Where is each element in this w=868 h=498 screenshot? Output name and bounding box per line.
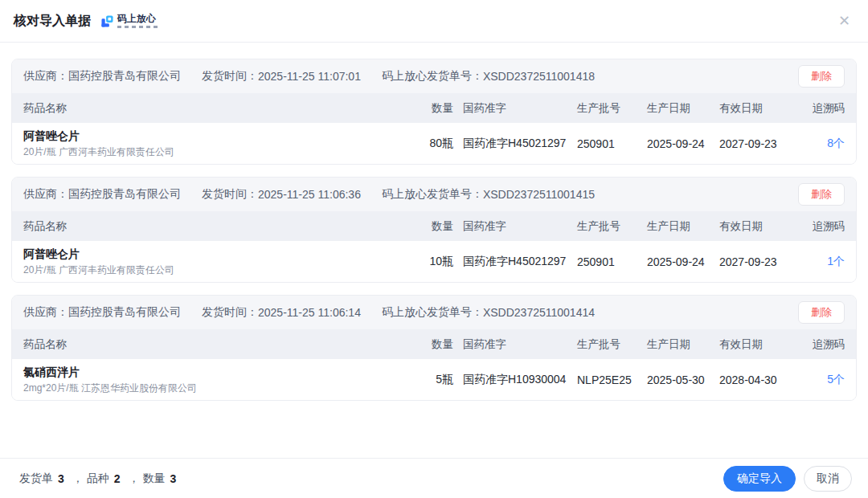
approval-value: 国药准字H45021297 — [463, 137, 567, 151]
delete-button[interactable]: 删除 — [798, 301, 845, 324]
approval-value: 国药准字H45021297 — [463, 255, 567, 269]
table-header-row: 药品名称 数量 国药准字 生产批号 生产日期 有效日期 追溯码 — [12, 329, 856, 359]
col-qty: 数量 — [418, 219, 453, 234]
shipment-card-header: 供应商： 国药控股青岛有限公司 发货时间： 2025-11-25 11:06:1… — [12, 296, 856, 329]
logo-text: 码上放心 — [117, 14, 161, 24]
supplier-label: 供应商： — [23, 187, 68, 202]
order-no-label: 码上放心发货单号： — [382, 187, 483, 202]
col-drug-name: 药品名称 — [23, 337, 408, 352]
qty-value: 5瓶 — [418, 373, 453, 387]
batch-value: NLP25E25 — [577, 374, 637, 386]
varieties-count: 2 — [114, 472, 121, 485]
expiry-date-value: 2027-09-23 — [719, 137, 792, 150]
col-qty: 数量 — [418, 337, 453, 352]
prod-date-value: 2025-09-24 — [647, 137, 710, 150]
col-trace: 追溯码 — [801, 101, 845, 116]
order-no-label: 码上放心发货单号： — [382, 69, 483, 84]
qty-value: 10瓶 — [418, 255, 453, 269]
qr-brand-icon — [101, 15, 113, 27]
drug-spec: 20片/瓶 广西河丰药业有限责任公司 — [23, 145, 408, 158]
import-verify-dialog: 核对导入单据 码上放心 ✕ 供应商： 国药控股青岛有限公司 — [0, 0, 868, 498]
order-no-value: XSDD2372511001415 — [483, 188, 595, 201]
expiry-date-value: 2028-04-30 — [719, 374, 792, 386]
order-no-value: XSDD2372511001418 — [483, 70, 595, 83]
col-expiry-date: 有效日期 — [719, 337, 792, 352]
col-approval: 国药准字 — [463, 101, 567, 116]
prod-date-value: 2025-05-30 — [647, 374, 710, 386]
qty-value: 80瓶 — [418, 137, 453, 151]
ship-time-label: 发货时间： — [202, 305, 258, 320]
mashangfangxin-logo: 码上放心 — [101, 14, 161, 28]
logo-subtext-dashes — [117, 26, 161, 28]
col-qty: 数量 — [418, 101, 453, 116]
separator: ， — [72, 471, 84, 486]
cancel-button[interactable]: 取消 — [804, 466, 852, 492]
trace-code-link[interactable]: 5个 — [801, 373, 845, 387]
col-expiry-date: 有效日期 — [719, 219, 792, 234]
drug-name: 阿普唑仑片 — [23, 247, 408, 261]
table-row: 氯硝西泮片 2mg*20片/瓶 江苏恩华药业股份有限公司 5瓶 国药准字H109… — [12, 359, 856, 400]
trace-code-link[interactable]: 1个 — [801, 255, 845, 269]
drug-spec: 2mg*20片/瓶 江苏恩华药业股份有限公司 — [23, 382, 408, 394]
dialog-content: 供应商： 国药控股青岛有限公司 发货时间： 2025-11-25 11:07:0… — [0, 43, 868, 458]
confirm-import-button[interactable]: 确定导入 — [723, 466, 796, 492]
col-batch: 生产批号 — [577, 337, 637, 352]
drug-name-cell: 氯硝西泮片 2mg*20片/瓶 江苏恩华药业股份有限公司 — [23, 365, 408, 394]
supplier-value: 国药控股青岛有限公司 — [68, 69, 181, 84]
close-icon[interactable]: ✕ — [838, 11, 850, 31]
shipments-count: 3 — [58, 472, 64, 485]
approval-value: 国药准字H10930004 — [463, 373, 567, 387]
col-prod-date: 生产日期 — [647, 337, 710, 352]
shipment-card-2: 供应商： 国药控股青岛有限公司 发货时间： 2025-11-25 11:06:3… — [11, 177, 857, 283]
supplier-label: 供应商： — [23, 305, 68, 320]
dialog-header: 核对导入单据 码上放心 ✕ — [0, 0, 868, 43]
supplier-value: 国药控股青岛有限公司 — [68, 187, 181, 202]
col-drug-name: 药品名称 — [23, 219, 408, 234]
delete-button[interactable]: 删除 — [798, 183, 845, 206]
col-approval: 国药准字 — [463, 219, 567, 234]
table-header-row: 药品名称 数量 国药准字 生产批号 生产日期 有效日期 追溯码 — [12, 211, 856, 241]
col-trace: 追溯码 — [801, 219, 845, 234]
drug-spec: 20片/瓶 广西河丰药业有限责任公司 — [23, 263, 408, 276]
drug-name: 阿普唑仑片 — [23, 129, 408, 143]
ship-time-value: 2025-11-25 11:06:36 — [258, 188, 361, 201]
shipment-card-1: 供应商： 国药控股青岛有限公司 发货时间： 2025-11-25 11:07:0… — [11, 59, 857, 165]
table-header-row: 药品名称 数量 国药准字 生产批号 生产日期 有效日期 追溯码 — [12, 93, 856, 123]
separator: ， — [129, 471, 140, 486]
ship-time-value: 2025-11-25 11:06:14 — [258, 306, 361, 319]
col-expiry-date: 有效日期 — [719, 101, 792, 116]
trace-code-link[interactable]: 8个 — [801, 137, 845, 151]
ship-time-label: 发货时间： — [202, 69, 258, 84]
shipments-label: 发货单 — [19, 471, 53, 486]
expiry-date-value: 2027-09-23 — [719, 255, 792, 268]
supplier-label: 供应商： — [23, 69, 68, 84]
page-title: 核对导入单据 — [14, 13, 91, 30]
col-batch: 生产批号 — [577, 101, 637, 116]
quantity-count: 3 — [170, 472, 177, 485]
drug-name-cell: 阿普唑仑片 20片/瓶 广西河丰药业有限责任公司 — [23, 247, 408, 276]
ship-time-label: 发货时间： — [202, 187, 258, 202]
table-row: 阿普唑仑片 20片/瓶 广西河丰药业有限责任公司 80瓶 国药准字H450212… — [12, 123, 856, 164]
col-trace: 追溯码 — [801, 337, 845, 352]
supplier-value: 国药控股青岛有限公司 — [68, 305, 181, 320]
prod-date-value: 2025-09-24 — [647, 255, 710, 268]
shipment-card-header: 供应商： 国药控股青岛有限公司 发货时间： 2025-11-25 11:07:0… — [12, 59, 856, 93]
delete-button[interactable]: 删除 — [798, 65, 845, 88]
drug-name-cell: 阿普唑仑片 20片/瓶 广西河丰药业有限责任公司 — [23, 129, 408, 158]
order-no-label: 码上放心发货单号： — [382, 305, 483, 320]
col-drug-name: 药品名称 — [23, 101, 408, 116]
col-batch: 生产批号 — [577, 219, 637, 234]
col-approval: 国药准字 — [463, 337, 567, 352]
shipment-card-3: 供应商： 国药控股青岛有限公司 发货时间： 2025-11-25 11:06:1… — [11, 295, 857, 401]
varieties-label: 品种 — [87, 471, 109, 486]
batch-value: 250901 — [577, 137, 637, 150]
order-no-value: XSDD2372511001414 — [483, 306, 595, 319]
quantity-label: 数量 — [143, 471, 166, 486]
shipment-card-header: 供应商： 国药控股青岛有限公司 发货时间： 2025-11-25 11:06:3… — [12, 178, 856, 211]
table-row: 阿普唑仑片 20片/瓶 广西河丰药业有限责任公司 10瓶 国药准字H450212… — [12, 241, 856, 282]
drug-name: 氯硝西泮片 — [23, 365, 408, 379]
totals-summary: 发货单 3 ， 品种 2 ， 数量 3 — [19, 471, 181, 486]
col-prod-date: 生产日期 — [647, 219, 710, 234]
batch-value: 250901 — [577, 255, 637, 268]
col-prod-date: 生产日期 — [647, 101, 710, 116]
